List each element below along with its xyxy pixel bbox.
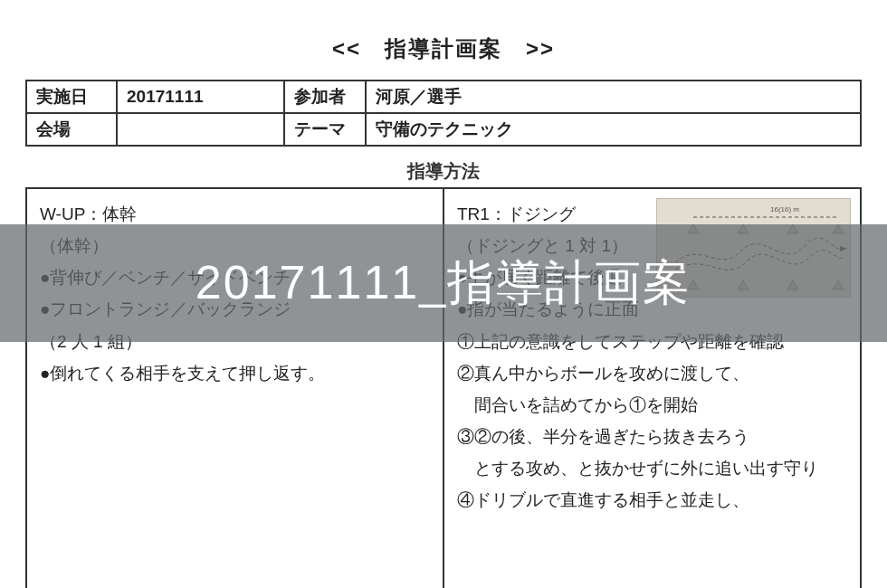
wup-title: W-UP：体幹 — [40, 198, 430, 230]
tr1-step-2a: 間合いを詰めてから①を開始 — [457, 389, 847, 421]
value-date: 20171111 — [117, 81, 284, 113]
svg-marker-3 — [787, 224, 798, 233]
svg-marker-2 — [738, 224, 749, 233]
svg-marker-9 — [840, 246, 847, 251]
section-heading: 指導方法 — [25, 154, 862, 187]
label-date: 実施日 — [26, 81, 117, 113]
svg-marker-1 — [688, 224, 699, 233]
wup-item-1: ●背伸び／ベンチ／サイドベンチ — [40, 261, 430, 293]
wup-item-3: ●倒れてくる相手を支えて押し返す。 — [40, 357, 430, 389]
body-table: W-UP：体幹 （体幹） ●背伸び／ベンチ／サイドベンチ ●フロントランジ／バッ… — [25, 187, 862, 588]
right-column: 16(16) m TR1：ドジン — [444, 188, 861, 588]
tr1-step-4: ④ドリブルで直進する相手と並走し、 — [457, 484, 847, 516]
svg-marker-6 — [738, 280, 749, 289]
svg-marker-5 — [688, 280, 699, 289]
header-table: 実施日 20171111 参加者 河原／選手 会場 テーマ 守備のテクニック — [25, 80, 862, 147]
label-theme: テーマ — [284, 113, 366, 146]
diagram-width-label: 16(16) m — [770, 205, 799, 213]
document-page: << 指導計画案 >> 実施日 20171111 参加者 河原／選手 会場 テー… — [0, 0, 887, 588]
svg-marker-7 — [787, 280, 798, 289]
field-diagram: 16(16) m — [656, 198, 851, 298]
value-venue — [117, 113, 284, 146]
label-participants: 参加者 — [284, 81, 366, 113]
svg-marker-8 — [833, 280, 844, 289]
value-participants: 河原／選手 — [366, 81, 861, 113]
tr1-step-1: ①上記の意識をしてステップや距離を確認 — [457, 326, 847, 357]
tr1-step-3a: とする攻め、と抜かせずに外に追い出す守り — [457, 452, 847, 484]
page-title: << 指導計画案 >> — [25, 34, 862, 63]
wup-item-2: ●フロントランジ／バックランジ — [40, 293, 430, 325]
value-theme: 守備のテクニック — [366, 113, 861, 146]
tr1-step-2: ②真ん中からボールを攻めに渡して、 — [457, 357, 847, 389]
label-venue: 会場 — [26, 113, 117, 146]
tr1-step-3: ③②の後、半分を過ぎたら抜き去ろう — [457, 421, 847, 452]
left-column: W-UP：体幹 （体幹） ●背伸び／ベンチ／サイドベンチ ●フロントランジ／バッ… — [26, 188, 444, 588]
wup-item-2a: （2 人 1 組） — [40, 326, 430, 357]
svg-marker-4 — [833, 224, 844, 233]
wup-subtitle: （体幹） — [40, 230, 430, 261]
diagram-svg: 16(16) m — [657, 199, 852, 299]
